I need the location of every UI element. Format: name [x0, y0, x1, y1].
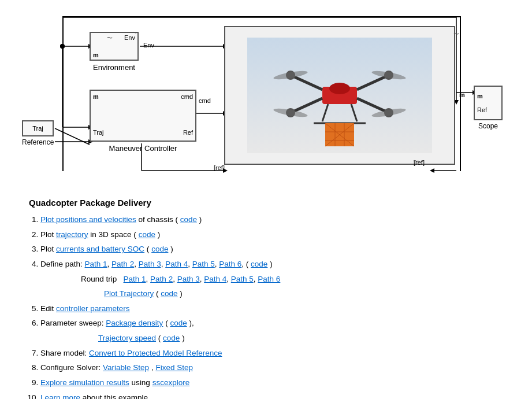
list-item-8: Configure Solver: Variable Step , Fixed …: [40, 360, 503, 375]
items-list: Plot positions and velocities of chassis…: [29, 212, 503, 399]
junction-dot: [60, 44, 65, 49]
link-rt-path3[interactable]: Path 3: [177, 275, 200, 283]
link-variable-step[interactable]: Variable Step: [103, 363, 149, 372]
link-code-traj-speed[interactable]: code: [163, 334, 180, 342]
ref-bracket1-label: [ref]: [214, 164, 225, 171]
list-item-2: Plot trajectory in 3D space ( code ): [40, 227, 503, 242]
link-code-1[interactable]: code: [180, 215, 197, 224]
link-trajectory-speed[interactable]: Trajectory speed: [98, 334, 156, 342]
section-title: Quadcopter Package Delivery: [29, 198, 503, 208]
link-sim-results[interactable]: Explore simulation results: [40, 378, 129, 387]
list-item-1: Plot positions and velocities of chassis…: [40, 212, 503, 227]
cmd-signal-label: cmd: [199, 97, 211, 104]
link-rt-path1[interactable]: Path 1: [124, 275, 146, 283]
plot-trajectory-line: Plot Trajectory ( code ): [104, 286, 503, 301]
list-item-10: Learn more about this example: [40, 390, 503, 399]
link-controller-params[interactable]: controller parameters: [56, 304, 130, 313]
link-plot-trajectory[interactable]: Plot Trajectory: [104, 289, 154, 298]
link-code-pkg[interactable]: code: [170, 319, 187, 327]
link-path5[interactable]: Path 5: [192, 260, 215, 268]
scope-ref-port: Ref: [477, 106, 487, 113]
link-sscexplore[interactable]: sscexplore: [152, 378, 190, 387]
trajectory-speed-line: Trajectory speed ( code ): [98, 331, 503, 346]
maneuver-group: m cmd Traj Ref Maneuver Controller: [90, 90, 196, 153]
list-item-9: Explore simulation results using sscexpl…: [40, 375, 503, 390]
scope-block[interactable]: m Ref: [474, 86, 503, 120]
list-item-3: Plot currents and battery SOC ( code ): [40, 242, 503, 257]
m-scope-signal: m: [459, 91, 465, 98]
reference-block[interactable]: Traj: [22, 120, 54, 136]
wifi-icon: 〜: [107, 34, 113, 42]
wifi-icon-scope1: 〜: [453, 30, 459, 38]
diagram-area: m Env 〜 Environment Env m cmd Traj Ref M…: [0, 0, 532, 191]
scope-label: Scope: [474, 122, 503, 130]
link-code-3[interactable]: code: [151, 245, 168, 253]
text-close-1: ): [199, 215, 202, 224]
maneuver-label: Maneuver Controller: [90, 144, 196, 153]
link-fixed-step[interactable]: Fixed Step: [155, 363, 193, 372]
link-path6[interactable]: Path 6: [219, 260, 241, 268]
list-item-6: Parameter sweep: Package density ( code …: [40, 316, 503, 345]
link-learn-more[interactable]: Learn more: [40, 393, 80, 399]
link-path4[interactable]: Path 4: [165, 260, 188, 268]
link-code-2[interactable]: code: [139, 230, 155, 239]
link-rt-path2[interactable]: Path 2: [150, 275, 173, 283]
text-chassis: of chassis (: [139, 215, 178, 224]
svg-point-25: [329, 83, 350, 94]
link-rt-path5[interactable]: Path 5: [231, 275, 254, 283]
reference-group: Traj Reference: [22, 120, 54, 146]
env-m-port: m: [93, 51, 99, 58]
link-rt-path4[interactable]: Path 4: [204, 275, 226, 283]
wifi-icon-env: 〜: [132, 29, 137, 37]
quadcopter-frame[interactable]: Quadcopter: [224, 26, 455, 165]
wifi-icon-maneuver: 〜: [185, 93, 191, 101]
quadcopter-image: [225, 27, 454, 164]
link-protected-model[interactable]: Convert to Protected Model Reference: [89, 349, 222, 357]
link-currents-battery[interactable]: currents and battery SOC: [56, 245, 144, 253]
link-code-4[interactable]: code: [251, 260, 267, 268]
list-item-4: Define path: Path 1, Path 2, Path 3, Pat…: [40, 257, 503, 301]
drone-svg: [247, 38, 432, 153]
scope-group: m Ref Scope: [474, 86, 503, 130]
content-area: Quadcopter Package Delivery Plot positio…: [0, 191, 532, 399]
link-rt-path6[interactable]: Path 6: [258, 275, 280, 283]
link-trajectory[interactable]: trajectory: [56, 230, 88, 239]
reference-label: Reference: [22, 138, 54, 146]
list-item-5: Edit controller parameters: [40, 301, 503, 316]
maneuver-block[interactable]: m cmd Traj Ref: [90, 90, 196, 142]
roundtrip-line: Round trip Path 1, Path 2, Path 3, Path …: [81, 272, 503, 287]
env-signal-label: Env: [143, 42, 154, 49]
maneuver-ref-port: Ref: [183, 129, 193, 136]
link-plot-traj-code[interactable]: code: [161, 289, 177, 298]
reference-traj-label: Traj: [32, 125, 43, 132]
list-item-7: Share model: Convert to Protected Model …: [40, 346, 503, 361]
link-path3[interactable]: Path 3: [139, 260, 161, 268]
scope-m-port: m: [477, 93, 483, 99]
maneuver-traj-port: Traj: [93, 129, 104, 136]
environment-label: Environment: [90, 63, 139, 72]
environment-group: m Env 〜 Environment: [90, 32, 139, 72]
link-path2[interactable]: Path 2: [111, 260, 134, 268]
wifi-icon-scope2: 〜: [413, 157, 419, 165]
link-path1[interactable]: Path 1: [85, 260, 107, 268]
maneuver-m-port: m: [93, 93, 99, 100]
link-positions-velocities[interactable]: Plot positions and velocities: [40, 215, 136, 224]
link-package-density[interactable]: Package density: [106, 319, 163, 327]
